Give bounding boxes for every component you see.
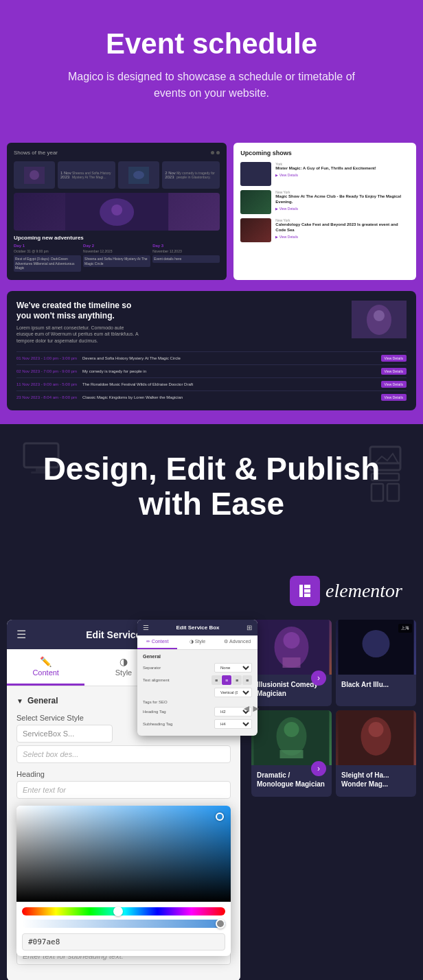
overlay-subheadingtag-label: Subheading Tag — [143, 722, 172, 726]
service-card-img-1 — [251, 620, 332, 675]
svg-point-28 — [363, 630, 390, 657]
dot-2 — [216, 151, 220, 154]
color-controls — [16, 902, 231, 956]
show-img-3 — [240, 218, 271, 242]
timeline-title: We've created the timeline so you won't … — [16, 301, 140, 322]
overlay-vertical-select[interactable]: Vertical (Default) — [214, 688, 252, 697]
heading-label: Heading — [16, 770, 231, 778]
upcoming-shows-card: Upcoming shows York Mister Magic: A Guy … — [233, 143, 416, 280]
design-title: Design, Edit & Publish with Ease — [40, 452, 383, 521]
overlay-textalign-row: Text alignment ≡ ≡ ≡ ≡ — [143, 675, 252, 685]
align-right-btn[interactable]: ≡ — [232, 675, 242, 685]
editor-area: elementor ☰ Edit Service Box ⊞ ✏️ Conten… — [0, 569, 423, 980]
show-item-1: York Mister Magic: A Guy of Fun, Thrills… — [240, 162, 409, 186]
dark-card-dots — [211, 151, 220, 154]
service-style-input[interactable] — [16, 725, 113, 743]
event-img-1 — [14, 161, 55, 189]
svg-rect-25 — [283, 657, 301, 668]
svg-rect-18 — [299, 585, 303, 597]
service-cards-area: ◄► Illusionist Comedy Magician › — [251, 620, 416, 797]
hue-slider[interactable] — [22, 907, 225, 915]
overlay-hamburger[interactable]: ☰ — [143, 624, 149, 631]
upcoming-shows-title: Upcoming shows — [240, 150, 409, 156]
show-item-3: New York Calendology Cake Fest and Beyon… — [240, 218, 409, 242]
timeline-item-3: 11 Nov 2023 - 9:00 am - 5:00 pm The Rona… — [16, 377, 407, 388]
svg-point-6 — [111, 205, 122, 215]
opacity-slider[interactable] — [22, 920, 225, 928]
service-card-2: 上海 Black Art Illu... — [336, 620, 416, 706]
design-icon-layout — [368, 467, 402, 514]
overlay-panel: ☰ Edit Service Box ⊞ ✏ Content ◑ Style ⚙… — [137, 620, 258, 736]
overlay-section-label: General — [143, 654, 252, 659]
dark-card-header: Shows of the year — [14, 150, 220, 156]
color-picker — [16, 806, 231, 956]
svg-point-9 — [374, 310, 385, 321]
svg-rect-21 — [304, 594, 310, 597]
overlay-tabs: ✏ Content ◑ Style ⚙ Advanced — [137, 635, 258, 650]
overlay-vertical-row: Vertical (Default) — [143, 688, 252, 697]
elementor-text: elementor — [325, 580, 402, 602]
svg-point-1 — [30, 170, 39, 180]
overlay-subheadingtag-select[interactable]: H4 — [214, 719, 252, 729]
dark-schedule-card: Shows of the year 1 Nov 2023 Sheena and … — [7, 143, 227, 280]
screenshots-top-row: Shows of the year 1 Nov 2023 Sheena and … — [7, 143, 416, 280]
overlay-grid[interactable]: ⊞ — [247, 624, 252, 631]
show-item-2: New York Magic Show At The Acme Club - B… — [240, 190, 409, 214]
svg-rect-19 — [304, 585, 310, 588]
dark-upcoming-text: Upcoming new adventures — [14, 235, 220, 241]
align-justify-btn[interactable]: ≡ — [242, 675, 252, 685]
svg-point-3 — [133, 171, 144, 179]
overlay-tab-style[interactable]: ◑ Style — [177, 635, 217, 649]
design-section: Design, Edit & Publish with Ease — [0, 424, 423, 569]
heading-input[interactable]: Enter text for — [16, 781, 231, 799]
svg-point-24 — [284, 632, 300, 649]
service-card-2-title: Black Art Illu... — [341, 680, 411, 689]
editor-panels-wrapper: ☰ Edit Service Box ⊞ ✏️ Content ◑ Style … — [0, 620, 423, 980]
elementor-logo-row: elementor — [0, 569, 423, 620]
svg-rect-15 — [371, 474, 399, 480]
service-grid: Illusionist Comedy Magician › 上海 Black A… — [251, 620, 416, 797]
day-col-1: Day 1 October 31 @ 9:00 pm Rest of Egypt… — [14, 244, 81, 273]
overlay-subheadingtag-row: Subheading Tag H4 — [143, 719, 252, 729]
svg-point-35 — [369, 722, 384, 737]
overlay-tab-content[interactable]: ✏ Content — [137, 635, 177, 649]
day-col-2: Day 2 November 12,2023 Sheena and Sofia … — [83, 244, 150, 273]
service-card-img-3 — [251, 710, 332, 765]
align-left-btn[interactable]: ≡ — [212, 675, 221, 685]
overlay-body: General Separator None Text alignment ≡ … — [137, 650, 258, 736]
dot-1 — [211, 151, 214, 154]
color-picker-area — [16, 806, 231, 936]
color-gradient[interactable] — [16, 806, 231, 902]
box-desc-input[interactable]: Select box des... — [16, 745, 231, 763]
timeline-card: We've created the timeline so you won't … — [7, 291, 416, 411]
tab-content[interactable]: ✏️ Content — [7, 649, 84, 686]
hamburger-icon[interactable]: ☰ — [16, 628, 26, 641]
overlay-separator-select[interactable]: None — [214, 663, 252, 673]
svg-rect-20 — [304, 590, 310, 593]
timeline-img — [352, 301, 407, 338]
service-card-img-4 — [336, 710, 416, 765]
event-img-2 — [118, 161, 159, 189]
opacity-thumb — [216, 919, 225, 929]
overlay-tab-advanced[interactable]: ⚙ Advanced — [218, 635, 258, 649]
align-center-btn[interactable]: ≡ — [222, 675, 231, 685]
dark-top-images: 1 Nov 2023 Sheena and Sofia History Myst… — [14, 161, 220, 189]
elementor-logo: elementor — [290, 576, 402, 606]
overlay-header: ☰ Edit Service Box ⊞ — [137, 620, 258, 635]
hex-input[interactable] — [22, 933, 225, 950]
timeline-item-1: 01 Nov 2023 - 1:00 pm - 3:00 pm Devera a… — [16, 351, 407, 362]
resize-arrows[interactable]: ◄► — [242, 703, 261, 714]
overlay-textalign-label: Text alignment — [143, 678, 170, 682]
day-columns: Day 1 October 31 @ 9:00 pm Rest of Egypt… — [14, 244, 220, 273]
service-card-3: Dramatic / Monologue Magician › — [251, 710, 332, 797]
overlay-separator-label: Separator — [143, 666, 161, 670]
event-date-2: 2 Nov 2023 My comedy is tragedy for peop… — [162, 161, 220, 189]
overlay-headingtag-label: Heading Tag — [143, 710, 166, 714]
hero-description: Magico is designed to showcase a schedul… — [67, 69, 356, 102]
svg-rect-11 — [36, 467, 47, 471]
hero-title: Event schedule — [14, 27, 409, 60]
svg-rect-16 — [371, 484, 383, 501]
align-buttons: ≡ ≡ ≡ ≡ — [212, 675, 252, 685]
hero-section: Event schedule Magico is designed to sho… — [0, 0, 423, 143]
service-card-4-body: Sleight of Ha... Wonder Mag... — [336, 765, 416, 797]
